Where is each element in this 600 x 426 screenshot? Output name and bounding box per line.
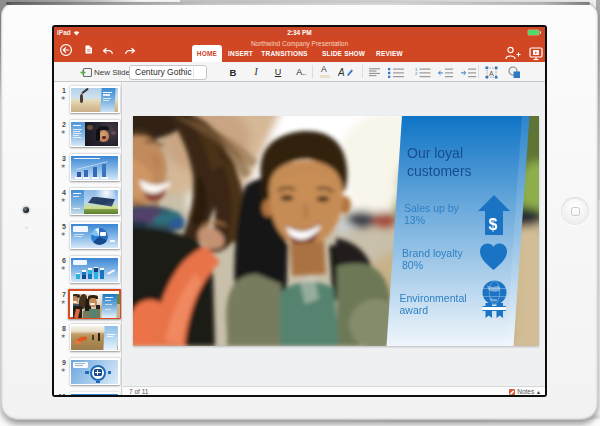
svg-text:A: A [489, 69, 494, 76]
svg-text:award: award [400, 304, 429, 316]
svg-text:$: $ [489, 216, 498, 233]
svg-text:80%: 80% [402, 259, 423, 271]
svg-text:Our loyal: Our loyal [407, 145, 463, 161]
svg-text:A: A [338, 67, 345, 78]
svg-text:Sales up by: Sales up by [404, 202, 460, 214]
svg-text:2: 2 [415, 71, 418, 76]
svg-text:13%: 13% [404, 214, 425, 226]
svg-text:Brand loyalty: Brand loyalty [402, 247, 463, 259]
svg-text:customers: customers [407, 163, 472, 179]
svg-text:Environmental: Environmental [400, 292, 467, 304]
